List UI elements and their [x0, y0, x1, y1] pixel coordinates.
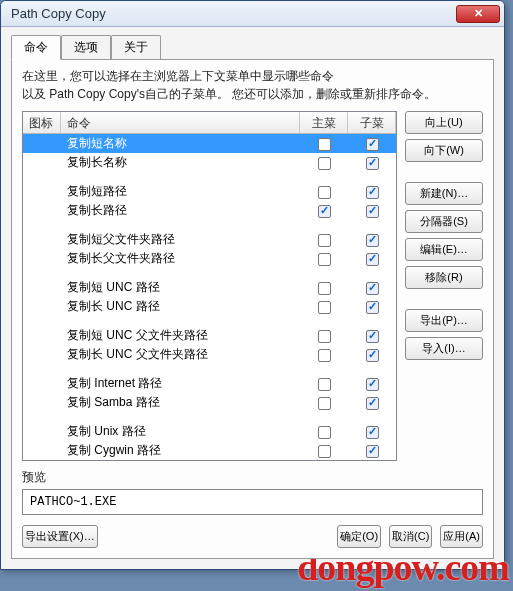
header-main-menu[interactable]: 主菜单	[300, 112, 348, 133]
preview-value: PATHCO~1.EXE	[22, 489, 483, 515]
checkbox-unchecked-icon[interactable]	[318, 330, 331, 343]
list-item[interactable]: 复制短 UNC 路径	[23, 278, 396, 297]
checkbox-checked-icon[interactable]	[366, 378, 379, 391]
list-separator	[23, 172, 396, 182]
move-up-button[interactable]: 向上(U)	[405, 111, 483, 134]
checkbox-checked-icon[interactable]	[366, 445, 379, 458]
list-item-label: 复制短 UNC 路径	[61, 279, 300, 296]
header-icon[interactable]: 图标	[23, 112, 61, 133]
checkbox-unchecked-icon[interactable]	[318, 445, 331, 458]
checkbox-checked-icon[interactable]	[366, 138, 379, 151]
app-window: Path Copy Copy ✕ 命令选项关于 在这里，您可以选择在主浏览器上下…	[0, 0, 505, 570]
remove-button[interactable]: 移除(R)	[405, 266, 483, 289]
list-item-label: 复制短 UNC 父文件夹路径	[61, 327, 300, 344]
checkbox-unchecked-icon[interactable]	[318, 301, 331, 314]
header-sub-menu[interactable]: 子菜单	[348, 112, 396, 133]
list-item[interactable]: 复制短路径	[23, 182, 396, 201]
list-separator	[23, 268, 396, 278]
list-item[interactable]: 复制长 UNC 父文件夹路径	[23, 345, 396, 364]
list-item-label: 复制 Internet 路径	[61, 375, 300, 392]
list-item[interactable]: 复制短名称	[23, 134, 396, 153]
list-item[interactable]: 复制 Cygwin 路径	[23, 441, 396, 460]
tab-2[interactable]: 关于	[111, 35, 161, 60]
window-body: 命令选项关于 在这里，您可以选择在主浏览器上下文菜单中显示哪些命令 以及 Pat…	[1, 27, 504, 569]
tab-1[interactable]: 选项	[61, 35, 111, 60]
list-header: 图标 命令 主菜单 子菜单	[23, 112, 396, 134]
checkbox-checked-icon[interactable]	[366, 349, 379, 362]
list-item[interactable]: 复制长 UNC 路径	[23, 297, 396, 316]
list-item[interactable]: 复制长名称	[23, 153, 396, 172]
list-item-label: 复制长 UNC 路径	[61, 298, 300, 315]
close-button[interactable]: ✕	[456, 5, 500, 23]
checkbox-checked-icon[interactable]	[366, 282, 379, 295]
list-item[interactable]: 复制 Samba 路径	[23, 393, 396, 412]
checkbox-checked-icon[interactable]	[366, 397, 379, 410]
main-row: 图标 命令 主菜单 子菜单 复制短名称复制长名称复制短路径复制长路径复制短父文件…	[22, 111, 483, 461]
list-separator	[23, 412, 396, 422]
move-down-button[interactable]: 向下(W)	[405, 139, 483, 162]
tab-0[interactable]: 命令	[11, 35, 61, 60]
checkbox-unchecked-icon[interactable]	[318, 234, 331, 247]
list-item[interactable]: 复制 Internet 路径	[23, 374, 396, 393]
checkbox-unchecked-icon[interactable]	[318, 397, 331, 410]
list-item-label: 复制 Cygwin 路径	[61, 442, 300, 459]
list-separator	[23, 316, 396, 326]
list-item[interactable]: 复制长父文件夹路径	[23, 249, 396, 268]
description-line-1: 在这里，您可以选择在主浏览器上下文菜单中显示哪些命令	[22, 69, 334, 83]
apply-button[interactable]: 应用(A)	[440, 525, 483, 548]
ok-button[interactable]: 确定(O)	[337, 525, 381, 548]
checkbox-unchecked-icon[interactable]	[318, 426, 331, 439]
list-item-label: 复制长父文件夹路径	[61, 250, 300, 267]
new-button[interactable]: 新建(N)…	[405, 182, 483, 205]
preview-label: 预览	[22, 469, 483, 486]
checkbox-checked-icon[interactable]	[366, 253, 379, 266]
checkbox-checked-icon[interactable]	[366, 186, 379, 199]
checkbox-unchecked-icon[interactable]	[318, 378, 331, 391]
import-cmd-button[interactable]: 导入(I)…	[405, 337, 483, 360]
list-item[interactable]: 复制长路径	[23, 201, 396, 220]
command-list: 图标 命令 主菜单 子菜单 复制短名称复制长名称复制短路径复制长路径复制短父文件…	[22, 111, 397, 461]
checkbox-unchecked-icon[interactable]	[318, 186, 331, 199]
checkbox-checked-icon[interactable]	[366, 426, 379, 439]
description: 在这里，您可以选择在主浏览器上下文菜单中显示哪些命令 以及 Path Copy …	[22, 68, 483, 103]
checkbox-checked-icon[interactable]	[366, 330, 379, 343]
checkbox-unchecked-icon[interactable]	[318, 349, 331, 362]
checkbox-unchecked-icon[interactable]	[318, 253, 331, 266]
edit-button[interactable]: 编辑(E)…	[405, 238, 483, 261]
header-command[interactable]: 命令	[61, 112, 300, 133]
checkbox-checked-icon[interactable]	[318, 205, 331, 218]
cancel-button[interactable]: 取消(C)	[389, 525, 432, 548]
export-cmd-button[interactable]: 导出(P)…	[405, 309, 483, 332]
list-item-label: 复制长名称	[61, 154, 300, 171]
checkbox-unchecked-icon[interactable]	[318, 282, 331, 295]
list-item-label: 复制 Samba 路径	[61, 394, 300, 411]
checkbox-unchecked-icon[interactable]	[318, 157, 331, 170]
export-settings-button[interactable]: 导出设置(X)…	[22, 525, 98, 548]
list-separator	[23, 364, 396, 374]
list-item-label: 复制长路径	[61, 202, 300, 219]
window-title: Path Copy Copy	[5, 6, 456, 21]
checkbox-checked-icon[interactable]	[366, 157, 379, 170]
list-item-label: 复制短路径	[61, 183, 300, 200]
list-rows[interactable]: 复制短名称复制长名称复制短路径复制长路径复制短父文件夹路径复制长父文件夹路径复制…	[23, 134, 396, 460]
checkbox-checked-icon[interactable]	[366, 301, 379, 314]
list-item-label: 复制 Unix 路径	[61, 423, 300, 440]
list-item[interactable]: 复制短 UNC 父文件夹路径	[23, 326, 396, 345]
titlebar: Path Copy Copy ✕	[1, 1, 504, 27]
list-item-label: 复制短名称	[61, 135, 300, 152]
footer: 导出设置(X)… 确定(O) 取消(C) 应用(A)	[22, 525, 483, 548]
side-buttons: 向上(U) 向下(W) 新建(N)… 分隔器(S) 编辑(E)… 移除(R) 导…	[405, 111, 483, 461]
list-item-label: 复制短父文件夹路径	[61, 231, 300, 248]
list-item[interactable]: 复制 Unix 路径	[23, 422, 396, 441]
checkbox-unchecked-icon[interactable]	[318, 138, 331, 151]
list-item[interactable]: 复制短父文件夹路径	[23, 230, 396, 249]
separator-button[interactable]: 分隔器(S)	[405, 210, 483, 233]
checkbox-checked-icon[interactable]	[366, 234, 379, 247]
tab-strip: 命令选项关于	[11, 35, 494, 60]
list-item-label: 复制长 UNC 父文件夹路径	[61, 346, 300, 363]
checkbox-checked-icon[interactable]	[366, 205, 379, 218]
tab-panel-commands: 在这里，您可以选择在主浏览器上下文菜单中显示哪些命令 以及 Path Copy …	[11, 59, 494, 559]
description-line-2: 以及 Path Copy Copy's自己的子菜单。 您还可以添加，删除或重新排…	[22, 87, 436, 101]
list-separator	[23, 220, 396, 230]
